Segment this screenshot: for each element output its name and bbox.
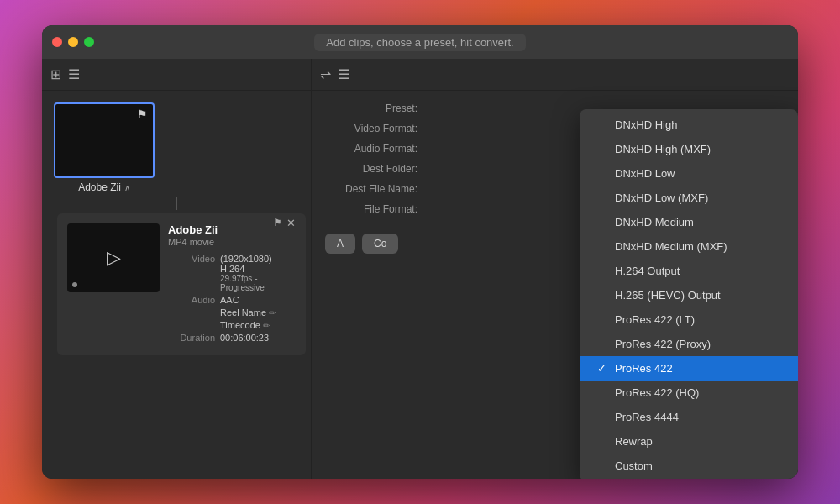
dropdown-item-dnxhd-high[interactable]: DNxHD High (580, 113, 798, 137)
timecode-label (168, 320, 215, 330)
titlebar: Add clips, choose a preset, hit convert. (42, 25, 798, 59)
dropdown-item-dnxhd-low[interactable]: DNxHD Low (580, 161, 798, 186)
dropdown-item-rewrap[interactable]: Rewrap (580, 429, 798, 454)
clip-chevron-icon: ∧ (124, 183, 130, 192)
dropdown-item-custom[interactable]: Custom (580, 454, 798, 478)
detail-panel: ▷ Adobe Zii MP4 movie Video (1920x1080) … (57, 213, 306, 355)
timecode-edit-icon: ✏ (263, 321, 270, 330)
clip-name-label: Adobe Zii (78, 181, 121, 193)
dropdown-item-label: ProRes 422 (HQ) (615, 386, 699, 399)
duration-label: Duration (168, 333, 215, 343)
file-format-label: File Format: (325, 203, 417, 215)
dest-folder-label: Dest Folder: (325, 163, 417, 175)
dropdown-item-label: H.265 (HEVC) Output (615, 289, 721, 302)
add-button[interactable]: A (325, 234, 355, 254)
dropdown-item-prores422-hq[interactable]: ProRes 422 (HQ) (580, 381, 798, 405)
clip-preview[interactable]: ▷ (67, 223, 160, 292)
dropdown-item-label: ProRes 4444 (615, 411, 679, 423)
dropdown-item-label: DNxHD Medium (615, 216, 694, 228)
play-icon: ▷ (107, 247, 121, 269)
grid-view-icon[interactable]: ⊞ (50, 66, 61, 82)
reel-name-value: Reel Name (220, 307, 266, 318)
timecode-field[interactable]: Timecode ✏ (220, 320, 270, 330)
dropdown-item-label: DNxHD Low (MXF) (615, 192, 708, 204)
dropdown-item-dnxhd-medium-mxf[interactable]: DNxHD Medium (MXF) (580, 234, 798, 259)
dropdown-item-h265[interactable]: H.265 (HEVC) Output (580, 283, 798, 307)
dropdown-item-prores4444[interactable]: ProRes 4444 (580, 405, 798, 429)
main-window: Add clips, choose a preset, hit convert.… (42, 25, 798, 479)
dropdown-item-label: Custom (615, 459, 653, 472)
duration-row: Duration 00:06:00:23 (168, 333, 296, 343)
close-button[interactable] (52, 37, 62, 47)
video-fps: 29.97fps - Progressive (220, 274, 296, 292)
traffic-lights (52, 37, 94, 47)
video-label: Video (168, 254, 215, 292)
clip-thumbnail[interactable]: ⚑ (54, 102, 155, 178)
left-panel: ⊞ ☰ ⚑ Adobe Zii ∧ (42, 59, 311, 479)
audio-format-label: Audio Format: (325, 143, 417, 155)
dropdown-item-label: ProRes 422 (Proxy) (615, 338, 711, 350)
clip-detail-type: MP4 movie (168, 237, 296, 247)
preset-label: Preset: (325, 102, 417, 114)
timecode-value: Timecode (220, 320, 260, 330)
audio-info-row: Audio AAC (168, 295, 296, 305)
dropdown-item-label: Rewrap (615, 435, 653, 448)
dropdown-item-prores422-lt[interactable]: ProRes 422 (LT) (580, 307, 798, 332)
checkmark-icon: ✓ (595, 362, 608, 375)
clips-area[interactable]: ⚑ Adobe Zii ∧ ▷ (42, 91, 311, 479)
playhead-indicator (72, 282, 77, 287)
dropdown-item-label: H.264 Output (615, 265, 680, 277)
clip-item[interactable]: ⚑ Adobe Zii ∧ (54, 102, 155, 193)
right-lines-icon[interactable]: ☰ (338, 66, 349, 82)
audio-label: Audio (168, 295, 215, 305)
dropdown-item-h264[interactable]: H.264 Output (580, 259, 798, 283)
video-format-label: Video Format: (325, 123, 417, 134)
right-panel: ⇌ ☰ Preset: Video Format: Audio Format: … (311, 59, 798, 479)
main-content: ⊞ ☰ ⚑ Adobe Zii ∧ (42, 59, 798, 479)
detail-flag-icon: ⚑ (273, 217, 282, 228)
minimize-button[interactable] (68, 37, 78, 47)
dropdown-item-prores422[interactable]: ✓ProRes 422 (580, 356, 798, 381)
reel-name-row: Reel Name ✏ (168, 307, 296, 318)
audio-codec: AAC (220, 295, 239, 305)
video-resolution: (1920x1080) H.264 (220, 254, 296, 274)
dropdown-item-dnxhd-high-mxf[interactable]: DNxHD High (MXF) (580, 137, 798, 161)
dropdown-item-label: ProRes 422 (615, 362, 673, 375)
dropdown-item-dnxhd-low-mxf[interactable]: DNxHD Low (MXF) (580, 186, 798, 210)
clips-toolbar: ⊞ ☰ (42, 59, 311, 91)
convert-button[interactable]: Co (362, 234, 398, 254)
dropdown-item-label: DNxHD High (MXF) (615, 143, 711, 155)
reel-name-field[interactable]: Reel Name ✏ (220, 307, 276, 318)
dropdown-item-label: DNxHD High (615, 118, 677, 131)
duration-value: 00:06:00:23 (220, 333, 269, 343)
dropdown-item-dnxhd-medium[interactable]: DNxHD Medium (580, 210, 798, 234)
right-settings-icon[interactable]: ⇌ (320, 66, 331, 82)
dropdown-item-prores422-proxy[interactable]: ProRes 422 (Proxy) (580, 332, 798, 356)
preset-dropdown[interactable]: DNxHD HighDNxHD High (MXF)DNxHD LowDNxHD… (580, 109, 798, 479)
detail-close-icon[interactable]: ✕ (286, 217, 296, 229)
dest-file-name-label: Dest File Name: (325, 183, 417, 195)
clip-flag-icon: ⚑ (137, 108, 148, 121)
connector-line (176, 197, 177, 210)
timecode-row: Timecode ✏ (168, 320, 296, 330)
detail-panel-wrapper: ▷ Adobe Zii MP4 movie Video (1920x1080) … (50, 213, 302, 355)
dropdown-item-label: DNxHD Medium (MXF) (615, 240, 727, 253)
clip-label-row: Adobe Zii ∧ (78, 181, 130, 193)
dropdown-item-label: DNxHD Low (615, 167, 675, 180)
video-info-row: Video (1920x1080) H.264 29.97fps - Progr… (168, 254, 296, 292)
clip-info: Adobe Zii MP4 movie Video (1920x1080) H.… (168, 223, 296, 345)
reel-edit-icon: ✏ (269, 308, 276, 318)
list-view-icon[interactable]: ☰ (68, 66, 80, 82)
window-title: Add clips, choose a preset, hit convert. (314, 34, 525, 51)
reel-name-label (168, 307, 215, 318)
dropdown-item-label: ProRes 422 (LT) (615, 313, 695, 326)
fullscreen-button[interactable] (84, 37, 94, 47)
right-toolbar: ⇌ ☰ (312, 59, 798, 91)
dropdown-items-list: DNxHD HighDNxHD High (MXF)DNxHD LowDNxHD… (580, 113, 798, 478)
